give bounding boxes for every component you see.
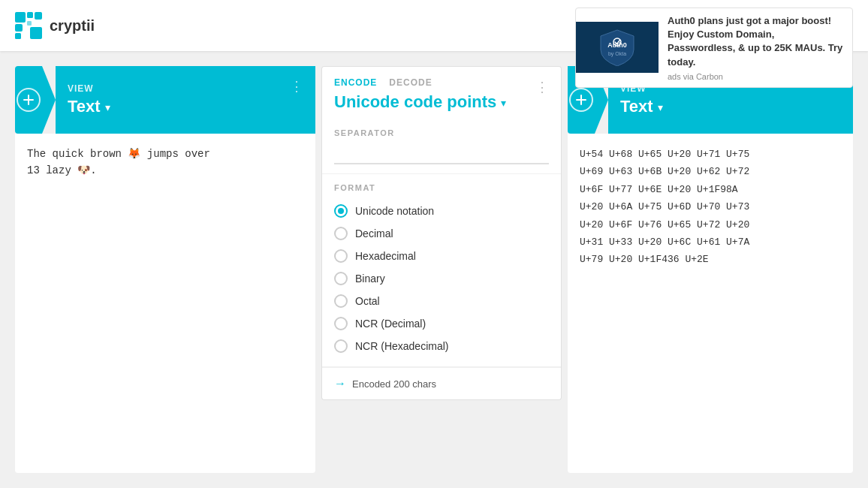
app-title: cryptii: [50, 17, 95, 35]
svg-rect-1: [27, 12, 33, 18]
svg-text:by Okta: by Okta: [608, 51, 626, 57]
encoder-type-selector[interactable]: Unicode code points ▾: [334, 92, 549, 112]
panel-view-left: VIEW Text ▾ ⋮ The quick brown 🦊 jumps ov…: [15, 66, 315, 473]
radio-ncr-hex-icon: [334, 339, 348, 353]
format-option-octal[interactable]: Octal: [334, 290, 549, 312]
encode-header: ENCODE DECODE Unicode code points ▾ ⋮: [321, 66, 562, 119]
format-option-hex[interactable]: Hexadecimal: [334, 245, 549, 267]
separator-input[interactable]: [334, 145, 549, 164]
view-right-type-selector[interactable]: Text ▾: [620, 97, 841, 116]
cryptii-logo-icon: [15, 12, 42, 39]
svg-rect-6: [30, 27, 42, 39]
decode-tab[interactable]: DECODE: [389, 77, 432, 88]
view-left-format: Text: [68, 97, 101, 116]
format-option-ncr-hex[interactable]: NCR (Hexadecimal): [334, 335, 549, 357]
arrow-right-icon: →: [334, 377, 346, 390]
separator-label: SEPARATOR: [334, 128, 549, 137]
input-text: The quick brown 🦊 jumps over 13 lazy 🐶.: [27, 146, 303, 179]
radio-octal-icon: [334, 294, 348, 308]
svg-rect-4: [27, 21, 32, 26]
radio-hex-icon: [334, 249, 348, 263]
encode-footer: → Encoded 200 chars: [322, 367, 561, 399]
add-icon-right: [569, 88, 593, 112]
encoder-chevron-icon: ▾: [501, 97, 506, 109]
format-section: FORMAT Unicode notation Decimal Hexadeci…: [322, 174, 561, 367]
view-left-label: VIEW: [68, 83, 303, 94]
format-ncr-hex-label: NCR (Hexadecimal): [355, 340, 448, 352]
auth0-logo-icon: Auth0 by Okta: [587, 29, 647, 66]
ad-sub: ads via Carbon: [668, 72, 843, 81]
svg-text:Auth0: Auth0: [607, 41, 627, 49]
format-decimal-label: Decimal: [355, 227, 393, 239]
add-view-left-button[interactable]: [15, 66, 42, 134]
encode-tab[interactable]: ENCODE: [334, 77, 377, 88]
ad-content: Auth0 plans just got a major boost! Enjo…: [659, 8, 852, 87]
ad-banner[interactable]: Auth0 by Okta Auth0 plans just got a maj…: [575, 8, 853, 88]
format-option-unicode[interactable]: Unicode notation: [334, 200, 549, 222]
app-header: cryptii Auth0 by Okta Auth0 plans just g…: [0, 0, 868, 51]
format-option-binary[interactable]: Binary: [334, 267, 549, 290]
panel-encode: ENCODE DECODE Unicode code points ▾ ⋮ SE…: [321, 66, 562, 473]
format-binary-label: Binary: [355, 273, 385, 285]
ad-logo: Auth0 by Okta: [576, 22, 659, 73]
view-right-chevron-icon: ▾: [658, 101, 663, 113]
view-left-chevron-icon: ▾: [105, 101, 110, 113]
format-option-ncr-decimal[interactable]: NCR (Decimal): [334, 312, 549, 335]
logo-container[interactable]: cryptii: [15, 12, 95, 39]
panel-view-left-header: VIEW Text ▾ ⋮: [15, 66, 315, 134]
main-content: VIEW Text ▾ ⋮ The quick brown 🦊 jumps ov…: [0, 51, 868, 488]
add-icon-left: [17, 88, 41, 112]
ad-title: Auth0 plans just got a major boost! Enjo…: [668, 14, 843, 69]
encode-more-button[interactable]: ⋮: [532, 76, 552, 98]
svg-rect-2: [35, 12, 42, 20]
encode-decode-tabs: ENCODE DECODE: [334, 77, 549, 88]
encoded-chars-text: Encoded 200 chars: [352, 378, 436, 390]
radio-ncr-decimal-icon: [334, 317, 348, 330]
radio-unicode-icon: [334, 204, 348, 218]
encoder-name: Unicode code points: [334, 92, 496, 112]
view-left-type-selector[interactable]: Text ▾: [68, 97, 303, 116]
svg-rect-0: [15, 12, 26, 23]
output-text: U+54 U+68 U+65 U+20 U+71 U+75 U+69 U+63 …: [580, 146, 841, 269]
format-option-decimal[interactable]: Decimal: [334, 222, 549, 245]
radio-decimal-icon: [334, 227, 348, 240]
panel-view-left-body: The quick brown 🦊 jumps over 13 lazy 🐶.: [15, 134, 315, 473]
radio-binary-icon: [334, 272, 348, 285]
panel-view-right-body: U+54 U+68 U+65 U+20 U+71 U+75 U+69 U+63 …: [568, 134, 853, 473]
panel-view-left-header-content: VIEW Text ▾: [56, 66, 315, 134]
encode-body: SEPARATOR FORMAT Unicode notation Decima…: [321, 119, 562, 400]
svg-rect-5: [15, 33, 21, 39]
format-hex-label: Hexadecimal: [355, 250, 416, 262]
view-right-format: Text: [620, 97, 653, 116]
view-left-more-button[interactable]: ⋮: [287, 75, 306, 98]
format-unicode-label: Unicode notation: [355, 205, 434, 217]
panel-view-right: VIEW Text ▾ U+54 U+68 U+65 U+20 U+71 U+7…: [568, 66, 853, 473]
radio-inner-dot: [338, 208, 344, 214]
format-label: FORMAT: [334, 183, 549, 192]
separator-section: SEPARATOR: [322, 119, 561, 174]
format-ncr-decimal-label: NCR (Decimal): [355, 318, 426, 330]
format-octal-label: Octal: [355, 295, 380, 307]
svg-rect-3: [15, 24, 23, 32]
